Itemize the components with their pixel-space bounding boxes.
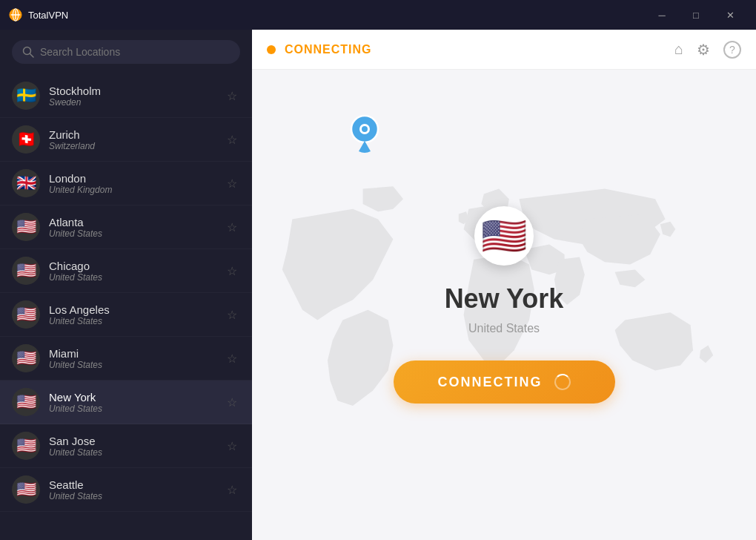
location-info: London United Kingdom [49, 172, 215, 195]
selected-city-name: New York [445, 283, 564, 315]
location-info: Zurich Switzerland [49, 128, 215, 151]
connection-status: CONNECTING [285, 43, 666, 56]
minimize-button[interactable]: ─ [645, 0, 679, 30]
connect-label: CONNECTING [438, 375, 543, 390]
location-info: Seattle United States [49, 478, 215, 501]
flag-circle: 🇺🇸 [12, 213, 40, 241]
location-info: Los Angeles United States [49, 303, 215, 326]
location-item[interactable]: 🇸🇪 Stockholm Sweden ☆ [0, 74, 252, 118]
search-input[interactable] [40, 46, 230, 58]
location-info: Atlanta United States [49, 216, 215, 239]
location-city-name: Chicago [49, 260, 215, 272]
favorite-star-button[interactable]: ☆ [224, 86, 240, 106]
location-country-name: Switzerland [49, 141, 215, 151]
favorite-star-button[interactable]: ☆ [224, 436, 240, 456]
app-body: 🇸🇪 Stockholm Sweden ☆ 🇨🇭 Zurich Switzerl… [0, 30, 756, 540]
app-logo: TotalVPN [9, 8, 68, 22]
location-item[interactable]: 🇺🇸 Miami United States ☆ [0, 337, 252, 381]
location-item[interactable]: 🇺🇸 San Jose United States ☆ [0, 424, 252, 468]
favorite-star-button[interactable]: ☆ [224, 480, 240, 500]
location-city-name: Los Angeles [49, 303, 215, 316]
help-icon[interactable]: ? [723, 41, 741, 59]
location-city-name: San Jose [49, 435, 215, 447]
location-city-name: Seattle [49, 478, 215, 491]
location-city-name: New York [49, 391, 215, 404]
location-country-name: United States [49, 228, 215, 239]
title-bar: TotalVPN ─ □ ✕ [0, 0, 756, 30]
app-title: TotalVPN [28, 10, 68, 21]
location-item[interactable]: 🇺🇸 Atlanta United States ☆ [0, 205, 252, 249]
favorite-star-button[interactable]: ☆ [224, 174, 240, 194]
map-location-pin [348, 114, 381, 157]
maximize-button[interactable]: □ [679, 0, 713, 30]
close-button[interactable]: ✕ [713, 0, 747, 30]
flag-circle: 🇺🇸 [12, 344, 40, 372]
flag-circle: 🇺🇸 [12, 257, 40, 285]
location-city-name: Stockholm [49, 85, 215, 97]
selected-location-flag: 🇺🇸 [474, 206, 534, 266]
flag-circle: 🇨🇭 [12, 125, 40, 154]
flag-circle: 🇺🇸 [12, 475, 40, 504]
search-wrap[interactable] [12, 40, 240, 64]
location-info: Miami United States [49, 347, 215, 370]
location-country-name: United States [49, 491, 215, 501]
flag-circle: 🇺🇸 [12, 388, 40, 416]
favorite-star-button[interactable]: ☆ [224, 305, 240, 325]
svg-point-6 [362, 126, 368, 132]
location-item[interactable]: 🇺🇸 New York United States ☆ [0, 381, 252, 424]
vpn-logo-icon [9, 8, 22, 22]
location-city-name: London [49, 172, 215, 185]
flag-circle: 🇺🇸 [12, 432, 40, 460]
location-info: Stockholm Sweden [49, 85, 215, 108]
location-country-name: United States [49, 272, 215, 283]
location-country-name: United States [49, 447, 215, 458]
location-info: San Jose United States [49, 435, 215, 458]
top-bar: CONNECTING ⌂ ⚙ ? [252, 30, 756, 70]
location-country-name: United States [49, 404, 215, 414]
selected-country-name: United States [468, 322, 540, 335]
location-city-name: Miami [49, 347, 215, 360]
connect-button[interactable]: CONNECTING [394, 360, 615, 404]
location-city-name: Atlanta [49, 216, 215, 228]
map-area: 🇺🇸 New York United States CONNECTING [252, 70, 756, 540]
location-city-name: Zurich [49, 128, 215, 141]
favorite-star-button[interactable]: ☆ [224, 130, 240, 150]
status-dot [267, 45, 276, 54]
favorite-star-button[interactable]: ☆ [224, 217, 240, 237]
window-controls: ─ □ ✕ [645, 0, 747, 30]
flag-circle: 🇬🇧 [12, 169, 40, 197]
loading-spinner [554, 374, 571, 390]
search-icon [22, 46, 34, 58]
location-country-name: United States [49, 360, 215, 370]
location-info: New York United States [49, 391, 215, 414]
location-item[interactable]: 🇬🇧 London United Kingdom ☆ [0, 162, 252, 205]
location-info: Chicago United States [49, 260, 215, 283]
flag-circle: 🇸🇪 [12, 82, 40, 110]
location-item[interactable]: 🇺🇸 Chicago United States ☆ [0, 249, 252, 293]
top-bar-icons: ⌂ ⚙ ? [674, 41, 741, 59]
favorite-star-button[interactable]: ☆ [224, 261, 240, 281]
favorite-star-button[interactable]: ☆ [224, 392, 240, 412]
location-item[interactable]: 🇺🇸 Los Angeles United States ☆ [0, 293, 252, 337]
flag-circle: 🇺🇸 [12, 300, 40, 329]
home-icon[interactable]: ⌂ [674, 41, 683, 58]
settings-icon[interactable]: ⚙ [697, 41, 710, 59]
pin-svg [348, 114, 381, 154]
sidebar: 🇸🇪 Stockholm Sweden ☆ 🇨🇭 Zurich Switzerl… [0, 30, 252, 540]
svg-line-3 [30, 54, 34, 58]
favorite-star-button[interactable]: ☆ [224, 349, 240, 369]
location-item[interactable]: 🇺🇸 Seattle United States ☆ [0, 468, 252, 512]
main-panel: CONNECTING ⌂ ⚙ ? [252, 30, 756, 540]
search-bar [0, 30, 252, 74]
location-country-name: United Kingdom [49, 185, 215, 195]
map-main-content: 🇺🇸 New York United States CONNECTING [394, 206, 615, 404]
location-list: 🇸🇪 Stockholm Sweden ☆ 🇨🇭 Zurich Switzerl… [0, 74, 252, 540]
location-country-name: Sweden [49, 97, 215, 108]
location-item[interactable]: 🇨🇭 Zurich Switzerland ☆ [0, 118, 252, 162]
location-country-name: United States [49, 316, 215, 326]
